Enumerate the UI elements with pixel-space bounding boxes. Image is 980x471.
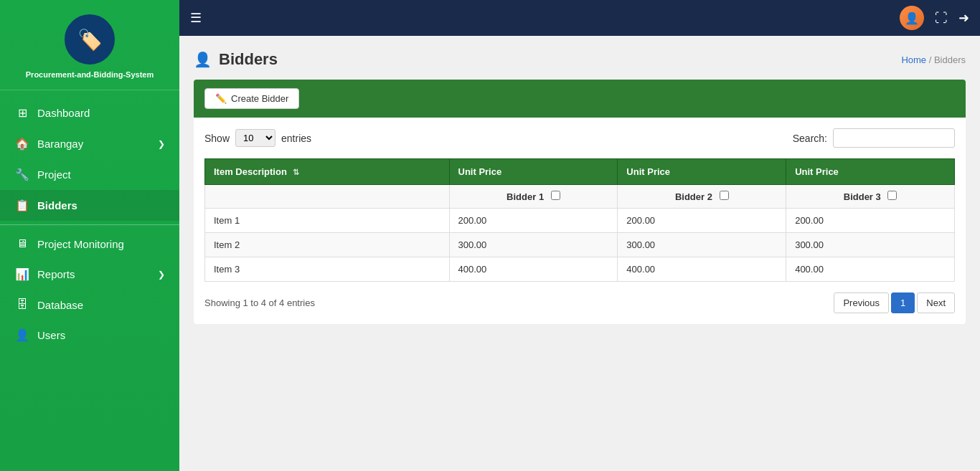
search-section: Search:	[793, 128, 955, 148]
chevron-right-icon: ❯	[158, 270, 165, 280]
create-bidder-button[interactable]: ✏️ Create Bidder	[204, 88, 299, 109]
col-item-description: Item Description ⇅	[205, 159, 450, 185]
sidebar-item-label: Project	[37, 168, 71, 181]
pagination: Previous 1 Next	[834, 292, 955, 313]
project-icon: 🔧	[14, 168, 30, 181]
sidebar-item-barangay[interactable]: 🏠 Barangay ❯	[0, 128, 179, 159]
expand-icon[interactable]: ⛶	[935, 11, 948, 26]
col-label: Item Description	[214, 166, 287, 177]
dashboard-icon: ⊞	[14, 106, 30, 120]
main-area: ☰ 👤 ⛶ ➜ 👤 Bidders Home / Bidders ✏️ Crea…	[179, 0, 980, 471]
bidder3-checkbox[interactable]	[887, 191, 897, 200]
sidebar-item-database[interactable]: 🗄 Database	[0, 290, 179, 320]
cell-description: Item 1	[205, 209, 450, 233]
cell-price2: 200.00	[618, 209, 786, 233]
bidder2-checkbox[interactable]	[720, 191, 729, 200]
toolbar: ✏️ Create Bidder	[194, 80, 966, 118]
page-1-button[interactable]: 1	[891, 292, 915, 313]
sidebar-logo: 🏷️ Procurement-and-Bidding-System	[0, 0, 179, 90]
subheader-bidder1: Bidder 1	[449, 185, 618, 209]
table-subheader-row: Bidder 1 Bidder 2 Bidder 3	[205, 185, 955, 209]
sidebar-item-label: Database	[37, 299, 83, 311]
cell-description: Item 2	[205, 233, 450, 257]
cell-price2: 300.00	[618, 233, 786, 257]
cell-description: Item 3	[205, 257, 450, 282]
breadcrumb-current: Bidders	[934, 54, 966, 65]
pencil-icon: ✏️	[215, 93, 227, 104]
bidder3-label: Bidder 3	[844, 191, 881, 202]
database-icon: 🗄	[14, 298, 30, 311]
table-section: Show 10 25 50 100 entries Search:	[194, 118, 966, 324]
bidder1-label: Bidder 1	[507, 191, 544, 202]
page-title-icon: 👤	[194, 51, 212, 68]
bidder1-checkbox[interactable]	[551, 191, 560, 200]
breadcrumb: Home / Bidders	[901, 54, 966, 65]
table-row: Item 2 300.00 300.00 300.00	[205, 233, 955, 257]
table-row: Item 1 200.00 200.00 200.00	[205, 209, 955, 233]
reports-icon: 📊	[14, 267, 30, 281]
col-label: Unit Price	[458, 166, 502, 177]
previous-button[interactable]: Previous	[834, 292, 889, 313]
chevron-right-icon: ❯	[158, 139, 165, 149]
sidebar-item-project[interactable]: 🔧 Project	[0, 159, 179, 190]
breadcrumb-separator: /	[929, 54, 934, 65]
next-button[interactable]: Next	[917, 292, 955, 313]
avatar[interactable]: 👤	[900, 6, 924, 30]
cell-price2: 400.00	[618, 257, 786, 282]
entries-select[interactable]: 10 25 50 100	[235, 129, 275, 147]
breadcrumb-home[interactable]: Home	[901, 54, 926, 65]
cell-price3: 300.00	[786, 233, 955, 257]
entries-label: entries	[281, 133, 311, 144]
sidebar-item-dashboard[interactable]: ⊞ Dashboard	[0, 97, 179, 128]
sidebar-nav: ⊞ Dashboard 🏠 Barangay ❯ 🔧 Project 📋 Bid…	[0, 90, 179, 471]
cell-price3: 400.00	[786, 257, 955, 282]
col-unit-price-3: Unit Price	[786, 159, 955, 185]
pagination-section: Showing 1 to 4 of 4 entries Previous 1 N…	[204, 292, 955, 313]
sidebar-item-reports[interactable]: 📊 Reports ❯	[0, 259, 179, 290]
barangay-icon: 🏠	[14, 137, 30, 151]
cell-price1: 300.00	[449, 233, 618, 257]
sidebar-item-project-monitoring[interactable]: 🖥 Project Monitoring	[0, 229, 179, 259]
sidebar-item-users[interactable]: 👤 Users	[0, 320, 179, 351]
col-label: Unit Price	[795, 166, 839, 177]
subheader-bidder2: Bidder 2	[618, 185, 786, 209]
sidebar-item-label: Barangay	[37, 138, 83, 150]
col-unit-price-1: Unit Price	[449, 159, 618, 185]
table-body: Item 1 200.00 200.00 200.00 Item 2 300.0…	[205, 209, 955, 282]
topbar-icons: 👤 ⛶ ➜	[900, 6, 969, 30]
show-entries: Show 10 25 50 100 entries	[204, 129, 311, 147]
hamburger-icon[interactable]: ☰	[190, 10, 202, 26]
showing-info: Showing 1 to 4 of 4 entries	[204, 298, 315, 308]
cell-price3: 200.00	[786, 209, 955, 233]
page-title: Bidders	[219, 50, 278, 69]
sidebar-item-label: Users	[37, 329, 65, 341]
logo-text: Procurement-and-Bidding-System	[26, 70, 154, 79]
show-label: Show	[204, 133, 230, 144]
sort-icon[interactable]: ⇅	[293, 168, 299, 176]
divider	[0, 224, 179, 225]
logout-icon[interactable]: ➜	[958, 10, 969, 26]
search-label: Search:	[793, 133, 827, 144]
topbar: ☰ 👤 ⛶ ➜	[179, 0, 980, 36]
content-area: 👤 Bidders Home / Bidders ✏️ Create Bidde…	[179, 36, 980, 471]
cell-price1: 400.00	[449, 257, 618, 282]
bidders-icon: 📋	[14, 199, 30, 212]
table-header-row: Item Description ⇅ Unit Price Unit Price…	[205, 159, 955, 185]
sidebar-item-label: Bidders	[37, 199, 77, 211]
logo-icon: 🏷️	[65, 14, 115, 65]
search-input[interactable]	[833, 128, 955, 148]
users-icon: 👤	[14, 328, 30, 342]
page-header: 👤 Bidders Home / Bidders	[194, 50, 966, 69]
create-bidder-label: Create Bidder	[231, 93, 288, 104]
col-label: Unit Price	[626, 166, 670, 177]
page-title-section: 👤 Bidders	[194, 50, 278, 69]
subheader-description	[205, 185, 450, 209]
table-controls: Show 10 25 50 100 entries Search:	[204, 128, 955, 148]
sidebar-item-label: Reports	[37, 268, 75, 280]
bidder2-label: Bidder 2	[675, 191, 712, 202]
col-unit-price-2: Unit Price	[618, 159, 786, 185]
sidebar-item-label: Dashboard	[37, 107, 90, 119]
sidebar-item-label: Project Monitoring	[37, 238, 124, 250]
sidebar-item-bidders[interactable]: 📋 Bidders	[0, 190, 179, 221]
table-row: Item 3 400.00 400.00 400.00	[205, 257, 955, 282]
